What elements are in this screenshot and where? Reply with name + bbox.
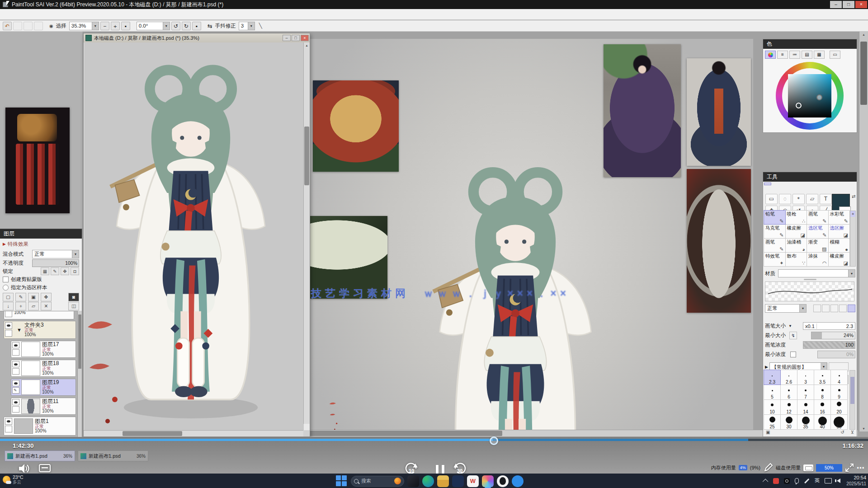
scrollbar-thumb[interactable] bbox=[123, 431, 182, 436]
blend-mode-select[interactable]: 正常 ▾ bbox=[32, 250, 79, 258]
新建画布1.psd[interactable]: 新建画布1.psd 36% bbox=[5, 450, 75, 461]
add-layer-button[interactable]: ＋ bbox=[15, 302, 26, 310]
brush-size-option[interactable]: 2.3 bbox=[764, 370, 781, 385]
brush-size-option[interactable]: 4 bbox=[830, 370, 848, 385]
main-canvas[interactable] bbox=[306, 39, 753, 432]
visibility-toggle[interactable] bbox=[12, 361, 19, 367]
图层11[interactable]: ✎ ▼ 图层11 正常 100% bbox=[11, 398, 76, 415]
save-brush-icon[interactable]: ⊻ bbox=[851, 430, 854, 435]
图层1[interactable]: ✎ ▼ 图层1 正常 100% bbox=[4, 417, 76, 436]
magic-wand-tool[interactable]: ＊ bbox=[793, 194, 805, 204]
doc-close-button[interactable]: × bbox=[301, 35, 309, 41]
density-slider[interactable]: 100 bbox=[803, 341, 855, 349]
new-mask-button[interactable]: ▣ bbox=[28, 293, 39, 301]
新建画布1.psd[interactable]: 新建画布1.psd 36% bbox=[78, 450, 148, 461]
brush-size-option[interactable]: 8 bbox=[814, 385, 831, 400]
annotate-pencil-icon[interactable] bbox=[763, 463, 773, 473]
speaker-icon[interactable] bbox=[837, 479, 840, 483]
brush-tip-shape[interactable] bbox=[830, 305, 838, 312]
maximize-button[interactable]: □ bbox=[843, 1, 854, 8]
chevron-down-icon[interactable]: ▾ bbox=[72, 250, 79, 258]
ime-indicator[interactable]: 英 bbox=[815, 478, 820, 483]
color-wheel-icon[interactable] bbox=[765, 51, 776, 59]
brush-size-option[interactable]: 50 bbox=[830, 414, 848, 430]
timeline-handle[interactable] bbox=[490, 436, 498, 445]
brush-tool[interactable]: 选区笔 ✎ bbox=[807, 224, 829, 239]
scrollbar-thumb[interactable] bbox=[304, 127, 309, 185]
brush-size-option[interactable]: 9 bbox=[830, 385, 848, 400]
special-effects-row[interactable]: ▶ 特殊效果 bbox=[0, 240, 82, 248]
min-size-slider[interactable]: 24% bbox=[811, 332, 855, 339]
weather-widget[interactable]: 23°C 多云 bbox=[3, 474, 23, 485]
new-lineart-layer-button[interactable]: ✎ bbox=[15, 293, 26, 301]
rgb-sliders-icon[interactable]: ≡ bbox=[777, 51, 788, 59]
brush-size-field[interactable]: x0.1 2.3 bbox=[803, 322, 855, 330]
visibility-toggle[interactable] bbox=[5, 418, 12, 425]
layer-sub-toggle[interactable]: ✎ bbox=[12, 387, 19, 394]
sv-cursor[interactable] bbox=[796, 103, 802, 108]
screencast-icon[interactable] bbox=[803, 465, 813, 471]
expand-icon[interactable]: ▶ bbox=[3, 242, 6, 246]
layer-sub-toggle[interactable]: ✎ bbox=[5, 426, 12, 432]
brush-size-option[interactable]: 25 bbox=[764, 414, 781, 430]
brush-blend-select[interactable]: 正常 ▾ bbox=[765, 304, 807, 313]
new-layer-button[interactable]: ▢ bbox=[3, 293, 14, 301]
zoom-out-button[interactable]: − bbox=[100, 22, 109, 30]
zoom-in-button[interactable]: ＋ bbox=[111, 22, 120, 30]
brush-tool[interactable]: 画笔 ✎ bbox=[807, 210, 829, 225]
opacity-slider[interactable]: 100% bbox=[32, 259, 79, 267]
brush-size-option[interactable]: 2.6 bbox=[780, 370, 797, 385]
rotate-ccw-button[interactable]: ↺ bbox=[171, 22, 180, 30]
min-density-slider[interactable]: 0% bbox=[817, 351, 855, 358]
saturation-value-square[interactable] bbox=[788, 74, 831, 117]
brush-size-option[interactable]: 40 bbox=[814, 414, 831, 430]
brush-tip-shape[interactable] bbox=[822, 305, 830, 312]
lock-pencil-icon[interactable]: ✎ bbox=[51, 267, 59, 275]
game-center[interactable] bbox=[407, 475, 419, 487]
brush-size-option[interactable]: 5 bbox=[764, 385, 781, 400]
video-player[interactable] bbox=[482, 475, 494, 487]
collapse-icon[interactable]: ▼ bbox=[17, 327, 22, 333]
explorer[interactable] bbox=[437, 475, 449, 487]
chevron-down-icon[interactable]: ▾ bbox=[799, 305, 806, 312]
layer-sub-toggle[interactable] bbox=[5, 311, 12, 317]
scrollbar-thumb[interactable] bbox=[78, 314, 81, 369]
display-icon[interactable] bbox=[825, 478, 832, 483]
design-app[interactable] bbox=[452, 475, 464, 487]
add-brush-button[interactable]: ＋ bbox=[850, 211, 855, 217]
zoom-combo[interactable]: 35.3% ▾ bbox=[69, 22, 99, 30]
browser[interactable] bbox=[422, 475, 434, 487]
document-horizontal-scrollbar[interactable] bbox=[84, 430, 304, 436]
tool-tab[interactable] bbox=[764, 183, 771, 185]
rotate-cw-button[interactable]: ↻ bbox=[182, 22, 191, 30]
swap-colors-icon[interactable]: ⇄ bbox=[852, 194, 855, 199]
main-vertical-scrollbar[interactable]: ▲ ▼ bbox=[859, 32, 868, 432]
hsv-sliders-icon[interactable]: ≔ bbox=[789, 51, 800, 59]
brush-tool[interactable]: 模糊 ● bbox=[828, 238, 850, 253]
panel-grip[interactable] bbox=[804, 279, 816, 280]
document-titlebar[interactable]: 本地磁盘 (D:) / 莫那 / 新建画布1.psd (*) (35.3%) –… bbox=[84, 33, 310, 42]
brush-size-option[interactable]: 30 bbox=[780, 414, 797, 430]
brush-tool[interactable]: 油漆桶 ◕ bbox=[785, 238, 807, 253]
tool-tab[interactable] bbox=[778, 183, 786, 185]
brush-size-option[interactable]: 7 bbox=[797, 385, 814, 400]
mask-toggle-button[interactable]: ◙ bbox=[68, 293, 79, 301]
brush-size-option[interactable]: 6 bbox=[780, 385, 797, 400]
lock-opacity-icon[interactable]: ▦ bbox=[41, 267, 49, 275]
expand-icon[interactable]: ▶ bbox=[765, 365, 768, 369]
layer-sub-toggle[interactable]: ✎ bbox=[12, 368, 19, 375]
layers-scrollbar[interactable] bbox=[77, 311, 82, 437]
brush-tip-shape[interactable] bbox=[839, 305, 847, 312]
text-tool[interactable]: T bbox=[820, 194, 832, 204]
chat-panel-icon[interactable] bbox=[39, 463, 51, 474]
layer-sub-toggle[interactable]: ✎ bbox=[12, 349, 19, 356]
brush-tool[interactable]: 橡皮擦 ◪ bbox=[828, 252, 850, 267]
layer-sub-toggle[interactable]: ✎ bbox=[5, 330, 12, 337]
brush-tool[interactable]: 散布 ∵ bbox=[785, 252, 807, 267]
stabilizer-combo[interactable]: 3 ▾ bbox=[239, 22, 255, 30]
图层17[interactable]: ✎ ▼ 图层17 正常 100% bbox=[11, 341, 76, 358]
clipping-mask-checkbox[interactable] bbox=[3, 277, 9, 282]
material-select[interactable]: ▾ bbox=[778, 269, 855, 277]
lock-icon[interactable]: ◘ bbox=[71, 267, 79, 275]
图层18[interactable]: ✎ ▼ 图层18 正常 100% bbox=[11, 360, 76, 377]
